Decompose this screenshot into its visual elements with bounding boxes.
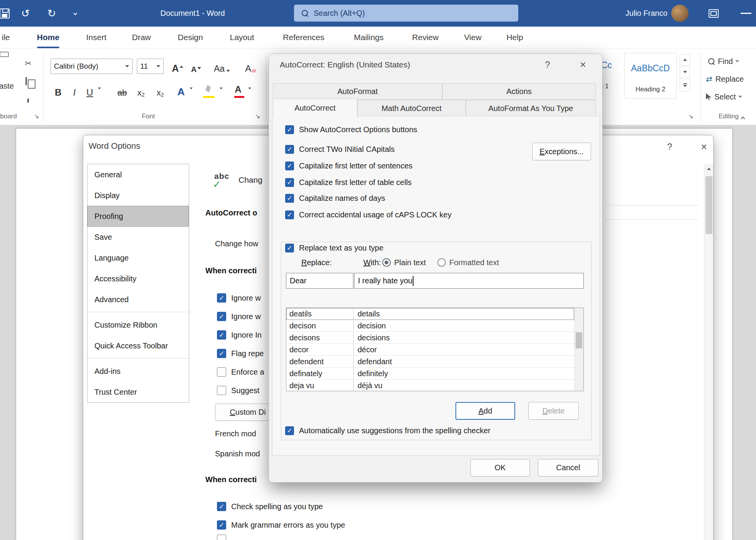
grow-font-button[interactable]: A [171, 60, 184, 74]
nav-item[interactable]: General [87, 164, 189, 185]
font-color-button[interactable]: A [231, 82, 245, 98]
styles-gallery-up-icon[interactable] [680, 54, 690, 66]
subscript-button[interactable]: x2 [134, 82, 148, 98]
underline-options-icon[interactable] [98, 89, 101, 96]
superscript-button[interactable]: x2 [153, 82, 167, 98]
word-options-scrollbar[interactable] [704, 164, 713, 540]
cancel-button[interactable]: Cancel [538, 459, 598, 476]
replacements-table[interactable]: deatils details decison decision decison… [286, 308, 584, 391]
redo-icon[interactable]: ↻ [43, 0, 60, 27]
nav-item[interactable]: Save [87, 227, 189, 247]
scrollbar-thumb[interactable] [576, 332, 582, 348]
proofing-option-row[interactable]: Enforce a [217, 363, 264, 381]
ribbon-tab[interactable]: Mailings [346, 27, 391, 48]
checkbox-icon[interactable] [285, 244, 294, 252]
checkbox-icon[interactable] [285, 194, 294, 203]
checkbox-icon[interactable] [285, 178, 294, 187]
dialog-tab[interactable]: Actions [442, 83, 596, 100]
checkbox-icon[interactable] [217, 293, 226, 303]
minimize-icon[interactable] [741, 13, 751, 14]
replace-input[interactable]: Dear [286, 273, 353, 289]
exceptions-button[interactable]: Exceptions... [532, 143, 591, 160]
dialog-tab[interactable]: AutoFormat [273, 83, 442, 100]
partial-checkbox[interactable] [217, 535, 226, 540]
replace-button[interactable]: ⇄ Replace [706, 72, 744, 86]
help-icon[interactable]: ? [541, 59, 554, 71]
styles-gallery-down-icon[interactable] [680, 66, 690, 78]
ribbon-display-options-icon[interactable] [706, 0, 721, 27]
quick-access-more-icon[interactable] [69, 0, 81, 27]
select-button[interactable]: Select [706, 90, 741, 103]
replacement-row[interactable]: deatils details [286, 308, 574, 320]
underline-button[interactable]: U [83, 82, 96, 98]
nav-item[interactable]: Language [87, 247, 189, 268]
close-icon[interactable]: × [576, 59, 590, 71]
strikethrough-button[interactable]: ab [114, 82, 130, 98]
replacement-row[interactable]: definately definitely [286, 368, 574, 380]
show-autocorrect-buttons-row[interactable]: Show AutoCorrect Options buttons [285, 124, 417, 135]
checkbox-icon[interactable] [217, 386, 226, 395]
nav-item[interactable]: Add-ins [87, 361, 189, 382]
checkbox-icon[interactable] [217, 330, 226, 340]
user-avatar[interactable] [671, 5, 689, 22]
checkbox-icon[interactable] [217, 312, 226, 321]
dialog-tab[interactable]: AutoFormat As You Type [466, 100, 596, 117]
text-effects-options-icon[interactable] [190, 89, 193, 96]
caps-lock-row[interactable]: Correct accidental usage of cAPS LOCK ke… [285, 209, 452, 220]
cap-sentences-row[interactable]: Capitalize first letter of sentences [285, 160, 413, 172]
style-card-heading2[interactable]: AaBbCcD Heading 2 [624, 53, 677, 99]
collapse-ribbon-icon[interactable] [741, 115, 744, 122]
replacement-row[interactable]: deja vu déjà vu [286, 380, 574, 391]
ribbon-tab[interactable]: References [276, 27, 331, 48]
delete-button[interactable]: Delete [528, 402, 579, 420]
checkbox-icon[interactable] [217, 520, 226, 530]
font-size-combobox[interactable]: 11 [137, 59, 164, 74]
radio-icon[interactable] [382, 258, 391, 267]
checkbox-icon[interactable] [285, 426, 294, 435]
table-scrollbar[interactable] [574, 308, 583, 391]
cut-icon[interactable]: ✂ [25, 59, 32, 69]
nav-item[interactable]: Trust Center [87, 382, 189, 402]
proofing-option-row[interactable]: Flag repe [217, 344, 264, 363]
plain-text-radio[interactable]: Plain text [382, 257, 426, 268]
checkbox-icon[interactable] [285, 145, 294, 154]
nav-item[interactable]: Advanced [87, 289, 189, 310]
replacement-row[interactable]: decor décor [286, 344, 574, 356]
help-icon[interactable]: ? [663, 141, 676, 153]
nav-item[interactable]: Proofing [87, 206, 189, 227]
save-icon[interactable] [0, 0, 12, 27]
proofing-option-row[interactable]: Mark grammar errors as you type [217, 516, 345, 534]
ribbon-tab[interactable]: View [459, 27, 486, 48]
nav-item[interactable]: Display [87, 185, 189, 206]
dialog-tab[interactable]: AutoCorrect [273, 99, 357, 117]
scroll-up-icon[interactable] [704, 164, 713, 174]
ok-button[interactable]: OK [470, 459, 530, 476]
highlight-color-button[interactable] [200, 82, 217, 98]
replace-as-you-type-row[interactable]: Replace text as you type [285, 242, 383, 254]
highlight-options-icon[interactable] [220, 89, 223, 96]
style-card-heading1-preview-fragment[interactable]: Cc [601, 60, 612, 71]
replacement-row[interactable]: defendent defendant [286, 356, 574, 368]
styles-gallery-more-icon[interactable] [680, 79, 690, 92]
initial-caps-row[interactable]: Correct TWo INitial CApitals [285, 143, 395, 155]
nav-item[interactable]: Quick Access Toolbar [87, 335, 189, 356]
checkbox-icon[interactable] [285, 125, 294, 134]
proofing-option-row[interactable]: Ignore In [217, 326, 264, 344]
text-effects-button[interactable]: A [174, 82, 188, 98]
ribbon-tab[interactable]: ile [0, 27, 12, 48]
checkbox-icon[interactable] [217, 367, 226, 377]
italic-button[interactable]: I [69, 82, 79, 98]
checkbox-icon[interactable] [217, 502, 226, 511]
nav-item[interactable]: Accessibility [87, 268, 189, 289]
user-name[interactable]: Julio Franco [606, 0, 667, 27]
with-input[interactable]: I really hate you [354, 273, 584, 289]
proofing-option-row[interactable]: Ignore w [217, 307, 264, 326]
find-button[interactable]: Find [708, 55, 738, 68]
clear-formatting-button[interactable]: A [243, 60, 258, 74]
nav-item[interactable]: Customize Ribbon [87, 315, 189, 335]
shrink-font-button[interactable]: A [190, 62, 202, 74]
radio-icon[interactable] [437, 258, 446, 267]
checkbox-icon[interactable] [285, 161, 294, 170]
font-color-options-icon[interactable] [248, 89, 251, 96]
ribbon-tab[interactable]: Help [501, 27, 529, 48]
